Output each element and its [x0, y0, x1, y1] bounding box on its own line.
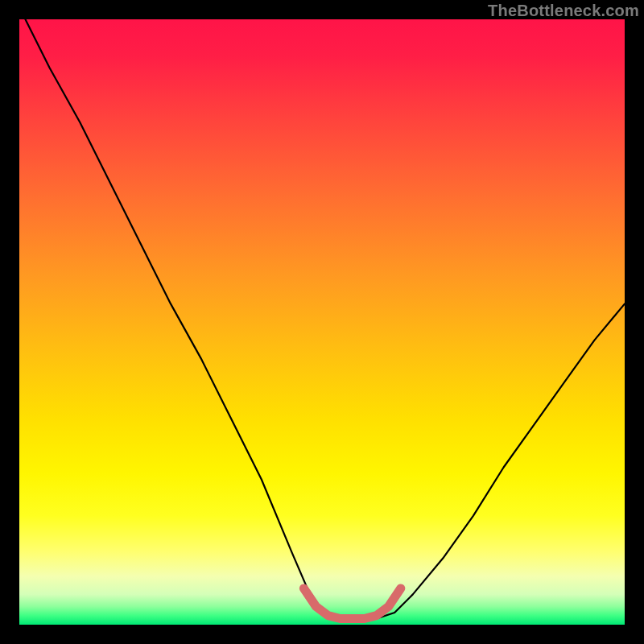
bottleneck-curve: [19, 7, 625, 619]
chart-frame: TheBottleneck.com: [0, 0, 644, 644]
chart-svg: [19, 19, 625, 625]
plot-area: [19, 19, 625, 625]
highlight-segment: [303, 588, 400, 619]
attribution-text: TheBottleneck.com: [488, 2, 639, 20]
